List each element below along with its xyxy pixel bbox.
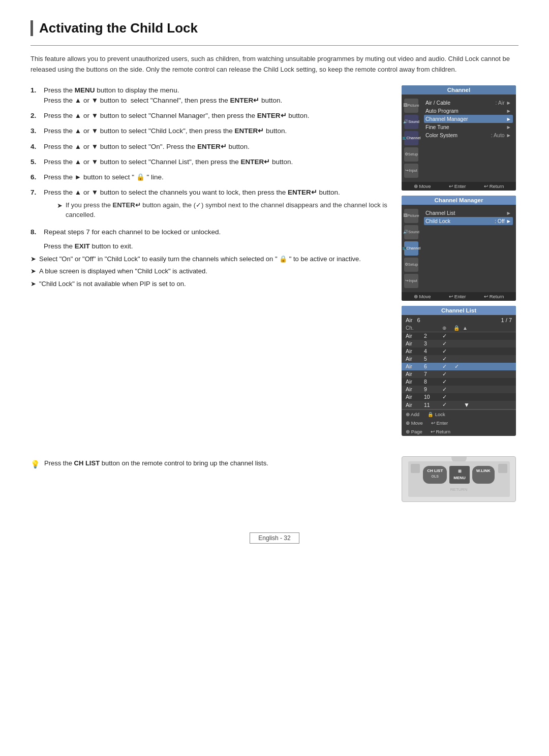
step-5-num: 5. bbox=[30, 157, 40, 167]
nav-move: ⊕ Move bbox=[406, 420, 423, 426]
bullet-note-2: ➤ A blue screen is displayed when "Child… bbox=[30, 266, 391, 276]
sidebar-sound: 🔊Sound bbox=[404, 115, 418, 129]
menu-row-air-cable: Air / Cable : Air ► bbox=[424, 99, 513, 107]
cl-row-air2: Air 2 ✓ bbox=[402, 332, 516, 340]
nav-enter: ↩ Enter bbox=[431, 420, 448, 426]
cl-legend: ⊕ Add 🔒 Lock bbox=[402, 410, 516, 419]
remote-panel: CH LISTOLS ⊞ MENU W.LINK RETURN bbox=[402, 456, 516, 502]
sub-note-text: If you press the ENTER↵ button again, th… bbox=[66, 200, 391, 220]
step-7-subnote: ➤ If you press the ENTER↵ button again, … bbox=[57, 200, 391, 220]
menu-row-fine-tune: Fine Tune ► bbox=[424, 123, 513, 131]
menu-row-channel-list: Channel List ► bbox=[424, 209, 513, 217]
step-1-content: Press the MENU button to display the men… bbox=[44, 85, 391, 106]
step-2-content: Press the ▲ or ▼ button to select "Chann… bbox=[44, 111, 391, 121]
tv-panel-channel-manager: Channel Manager 🖼Picture 🔊Sound 📺Channel… bbox=[402, 196, 516, 301]
col-ch: Ch. bbox=[406, 325, 424, 331]
panel1-sidebar: 🖼Picture 🔊Sound 📺Channel ⚙Setup ↪Input bbox=[402, 97, 421, 180]
bullet-note-1-text: Select "On" or "Off" in "Child Lock" to … bbox=[39, 254, 361, 264]
menu-row-auto-program: Auto Program ► bbox=[424, 107, 513, 115]
bottom-section: 💡 Press the CH LIST button on the remote… bbox=[30, 451, 518, 502]
cl-air-label: Air 6 bbox=[406, 317, 420, 323]
col-add: ⊕ bbox=[438, 325, 450, 331]
footer-return-2: ↩ Return bbox=[484, 294, 504, 299]
remote-corner-tl bbox=[411, 464, 420, 473]
cl-row-air3: Air 3 ✓ bbox=[402, 340, 516, 348]
sidebar-picture: 🖼Picture bbox=[404, 99, 418, 113]
step-3-content: Press the ▲ or ▼ button to select "Child… bbox=[44, 126, 391, 136]
remote-return-label: RETURN bbox=[450, 487, 467, 492]
steps-column: 1. Press the MENU button to display the … bbox=[30, 85, 391, 292]
panel1-menu: Air / Cable : Air ► Auto Program ► Chann… bbox=[421, 97, 516, 180]
cl-top-info: Air 6 1 / 7 bbox=[402, 315, 516, 324]
remote-corner-tr bbox=[498, 464, 507, 473]
step-8-content: Repeat steps 7 for each channel to be lo… bbox=[44, 227, 391, 237]
footer-return-1: ↩ Return bbox=[484, 183, 504, 189]
bullet-note-1: ➤ Select "On" or "Off" in "Child Lock" t… bbox=[30, 254, 391, 264]
bottom-layout: 💡 Press the CH LIST button on the remote… bbox=[30, 451, 518, 502]
title-divider bbox=[30, 45, 518, 46]
note-text: Press the CH LIST button on the remote c… bbox=[44, 458, 268, 468]
step-6-num: 6. bbox=[30, 172, 40, 182]
note-column: 💡 Press the CH LIST button on the remote… bbox=[30, 451, 391, 478]
legend-add: ⊕ Add bbox=[406, 412, 419, 417]
col-lock: 🔒 bbox=[450, 325, 463, 331]
cl-nav: ⊕ Move ↩ Enter bbox=[402, 419, 516, 427]
page-title: Activating the Child Lock bbox=[39, 20, 198, 36]
main-layout: 1. Press the MENU button to display the … bbox=[30, 85, 518, 441]
step-1: 1. Press the MENU button to display the … bbox=[30, 85, 391, 106]
step-4: 4. Press the ▲ or ▼ button to select "On… bbox=[30, 142, 391, 152]
step-5-content: Press the ▲ or ▼ button to select "Chann… bbox=[44, 157, 391, 167]
step-4-num: 4. bbox=[30, 142, 40, 152]
step-6-content: Press the ► button to select " 🔒 " line. bbox=[44, 172, 391, 182]
step-8-num: 8. bbox=[30, 227, 40, 237]
remote-column: CH LISTOLS ⊞ MENU W.LINK RETURN bbox=[402, 451, 518, 502]
step-5: 5. Press the ▲ or ▼ button to select "Ch… bbox=[30, 157, 391, 167]
footer-text: English - 32 bbox=[258, 534, 290, 542]
bullet-arrow-3: ➤ bbox=[30, 279, 36, 289]
extra-step-exit: Press the EXIT button to exit. bbox=[44, 242, 391, 250]
page-footer: English - 32 bbox=[30, 532, 518, 544]
cl-row-air7: Air 7 ✓ bbox=[402, 370, 516, 378]
sidebar-setup: ⚙Setup bbox=[404, 147, 418, 162]
panel1-footer: ⊕ Move ↩ Enter ↩ Return bbox=[402, 182, 516, 191]
remote-inner: CH LISTOLS ⊞ MENU W.LINK RETURN bbox=[408, 461, 510, 497]
nav-return: ↩ Return bbox=[431, 429, 450, 434]
title-block: Activating the Child Lock bbox=[30, 20, 518, 36]
panel1-body: 🖼Picture 🔊Sound 📺Channel ⚙Setup ↪Input A… bbox=[402, 94, 516, 182]
remote-btn-wlink[interactable]: W.LINK bbox=[472, 466, 495, 484]
bullet-arrow-2: ➤ bbox=[30, 266, 36, 276]
step-2: 2. Press the ▲ or ▼ button to select "Ch… bbox=[30, 111, 391, 121]
panel2-footer: ⊕ Move ↩ Enter ↩ Return bbox=[402, 292, 516, 301]
col-arrow: ▲ bbox=[463, 325, 470, 331]
remote-btn-menu[interactable]: ⊞ MENU bbox=[449, 466, 470, 484]
menu-row-color-system: Color System : Auto ► bbox=[424, 131, 513, 139]
step-7-content: Press the ▲ or ▼ button to select the ch… bbox=[44, 187, 391, 222]
remote-btn-chlist[interactable]: CH LISTOLS bbox=[423, 466, 447, 484]
cl-row-air8: Air 8 ✓ bbox=[402, 378, 516, 386]
footer-enter-2: ↩ Enter bbox=[449, 294, 466, 299]
bullet-arrow-1: ➤ bbox=[30, 254, 36, 264]
cl-row-air9: Air 9 ✓ bbox=[402, 386, 516, 393]
menu-row-channel-manager: Channel Manager ► bbox=[424, 115, 513, 123]
cl-row-air10: Air 10 ✓ bbox=[402, 393, 516, 401]
sidebar2-input: ↪Input bbox=[404, 274, 418, 288]
sidebar-input: ↪Input bbox=[404, 164, 418, 178]
footer-move-1: ⊕ Move bbox=[414, 183, 431, 189]
menu-row-child-lock: Child Lock : Off ► bbox=[424, 217, 513, 225]
step-8: 8. Repeat steps 7 for each channel to be… bbox=[30, 227, 391, 237]
cl-row-air4: Air 4 ✓ bbox=[402, 348, 516, 355]
col-num bbox=[424, 325, 438, 331]
cl-row-air5: Air 5 ✓ bbox=[402, 355, 516, 363]
sub-arrow: ➤ bbox=[57, 201, 63, 220]
panel2-menu: Channel List ► Child Lock : Off ► bbox=[421, 207, 516, 290]
sidebar2-channel: 📺Channel bbox=[404, 241, 418, 256]
legend-lock: 🔒 Lock bbox=[428, 412, 445, 417]
page-footer-box: English - 32 bbox=[250, 532, 299, 544]
step-6: 6. Press the ► button to select " 🔒 " li… bbox=[30, 172, 391, 182]
cl-row-air11: Air 11 ✓ ▼ bbox=[402, 401, 516, 410]
step-2-num: 2. bbox=[30, 111, 40, 121]
cl-nav2: ⊕ Page ↩ Return bbox=[402, 427, 516, 436]
intro-paragraph: This feature allows you to prevent unaut… bbox=[30, 54, 518, 75]
sidebar2-picture: 🖼Picture bbox=[404, 209, 418, 223]
step-7: 7. Press the ▲ or ▼ button to select the… bbox=[30, 187, 391, 222]
